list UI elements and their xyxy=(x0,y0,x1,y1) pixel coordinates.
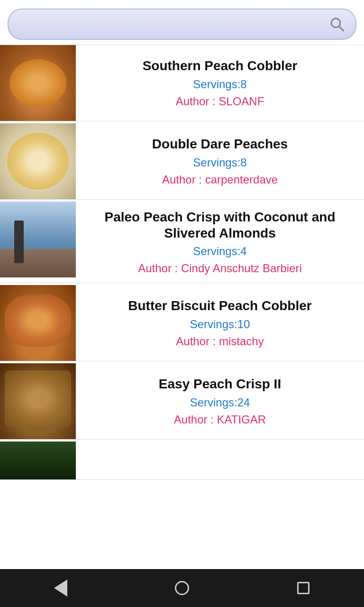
recipe-info-southern-peach-cobbler: Southern Peach CobblerServings:8Author :… xyxy=(76,45,364,121)
recipe-item-easy-peach-crisp-ii[interactable]: Easy Peach Crisp IIServings:24Author : K… xyxy=(0,363,364,440)
recipe-title: Butter Biscuit Peach Cobbler xyxy=(128,298,311,314)
recipe-item-butter-biscuit-peach-cobbler[interactable]: Butter Biscuit Peach CobblerServings:10A… xyxy=(0,285,364,361)
recipe-title: Double Dare Peaches xyxy=(152,136,288,152)
back-triangle-icon xyxy=(54,579,67,597)
recipe-servings: Servings:8 xyxy=(193,156,246,169)
recipe-item-southern-peach-cobbler[interactable]: Southern Peach CobblerServings:8Author :… xyxy=(0,45,364,121)
recipe-servings: Servings:10 xyxy=(190,318,250,331)
recipe-author: Author : KATIGAR xyxy=(174,413,266,426)
nav-home-button[interactable] xyxy=(168,574,196,602)
recipe-title: Paleo Peach Crisp with Coconut and Slive… xyxy=(85,209,355,241)
recents-square-icon xyxy=(297,582,309,594)
recipe-title: Easy Peach Crisp II xyxy=(159,376,281,392)
recipe-list: Southern Peach CobblerServings:8Author :… xyxy=(0,45,364,569)
recipe-image-paleo-peach-crisp xyxy=(0,202,76,277)
recipe-servings: Servings:24 xyxy=(190,396,250,409)
recipe-info-butter-biscuit-peach-cobbler: Butter Biscuit Peach CobblerServings:10A… xyxy=(76,285,364,361)
recipe-info-double-dare-peaches: Double Dare PeachesServings:8Author : ca… xyxy=(76,123,364,199)
recipe-info-paleo-peach-crisp: Paleo Peach Crisp with Coconut and Slive… xyxy=(76,202,364,283)
recipe-item-paleo-peach-crisp[interactable]: Paleo Peach Crisp with Coconut and Slive… xyxy=(0,202,364,283)
recipe-author: Author : mistachy xyxy=(176,335,264,348)
recipe-image-butter-biscuit-peach-cobbler xyxy=(0,285,76,361)
recipe-title: Southern Peach Cobbler xyxy=(143,58,298,74)
recipe-servings: Servings:8 xyxy=(193,78,246,91)
recipe-item-partial-item[interactable] xyxy=(0,441,364,480)
recipe-item-double-dare-peaches[interactable]: Double Dare PeachesServings:8Author : ca… xyxy=(0,123,364,200)
recipe-author: Author : Cindy Anschutz Barbieri xyxy=(138,262,302,275)
recipe-image-partial-item xyxy=(0,441,76,479)
home-circle-icon xyxy=(175,581,189,595)
recipe-servings: Servings:4 xyxy=(193,245,246,258)
recipe-image-southern-peach-cobbler xyxy=(0,45,76,121)
search-bar xyxy=(8,9,356,40)
svg-line-1 xyxy=(339,26,343,30)
nav-recents-button[interactable] xyxy=(289,574,318,602)
recipe-author: Author : carpenterdave xyxy=(162,173,278,186)
recipe-image-double-dare-peaches xyxy=(0,123,76,199)
nav-back-button[interactable] xyxy=(46,574,75,602)
recipe-image-easy-peach-crisp-ii xyxy=(0,363,76,439)
bottom-navigation xyxy=(0,569,364,607)
recipe-info-easy-peach-crisp-ii: Easy Peach Crisp IIServings:24Author : K… xyxy=(76,363,364,439)
search-icon xyxy=(329,16,345,32)
recipe-info-partial-item xyxy=(76,441,364,479)
search-button[interactable] xyxy=(327,14,347,34)
recipe-author: Author : SLOANF xyxy=(176,95,264,108)
